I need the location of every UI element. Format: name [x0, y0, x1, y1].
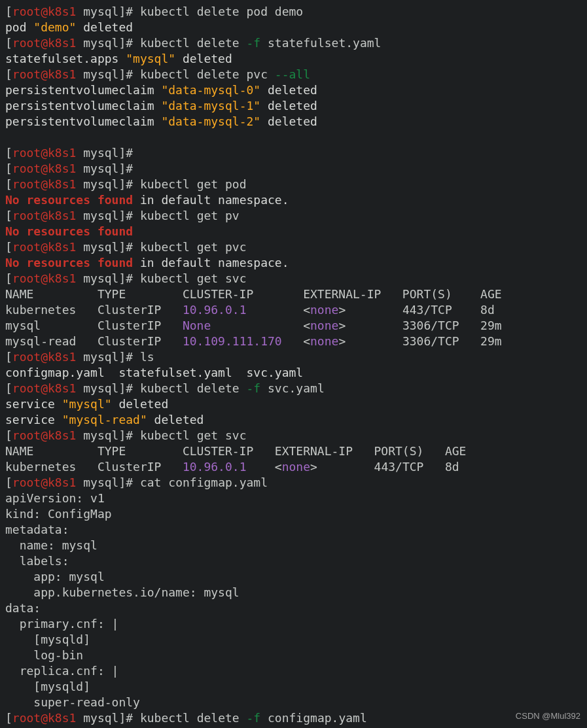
no-resources-line: No resources found in default namespace.	[5, 193, 289, 207]
path: mysql	[76, 5, 118, 18]
bracket-open: [	[5, 5, 12, 18]
configmap-yaml-line: [mysqld]	[5, 680, 90, 693]
cluster-ip: 10.96.0.1	[183, 460, 253, 474]
output-line: service "mysql-read" deleted	[5, 413, 204, 426]
configmap-yaml-line: kind: ConfigMap	[5, 507, 112, 521]
prompt-line: [root@k8s1 mysql]# kubectl delete pod de…	[5, 5, 303, 18]
output-line: service "mysql" deleted	[5, 397, 168, 411]
cli-flag: -f	[247, 36, 261, 50]
no-resources-line: No resources found	[5, 224, 133, 238]
svc-table-row: mysql-read ClusterIP 10.109.111.170 <non…	[5, 334, 502, 348]
none-value: none	[310, 334, 338, 348]
user-host: root@k8s1	[12, 5, 77, 18]
configmap-yaml-line: log-bin	[5, 648, 83, 662]
prompt-line: [root@k8s1 mysql]# kubectl get pv	[5, 209, 240, 222]
terminal-output[interactable]: [root@k8s1 mysql]# kubectl delete pod de…	[0, 0, 587, 726]
output-line: persistentvolumeclaim "data-mysql-1" del…	[5, 99, 317, 113]
watermark-text: CSDN @Mlul392	[516, 708, 580, 724]
configmap-yaml-line: name: mysql	[5, 538, 98, 552]
prompt-line: [root@k8s1 mysql]# kubectl get svc	[5, 271, 247, 285]
command-text: kubectl delete pod demo	[133, 5, 303, 18]
none-value: none	[282, 460, 310, 474]
configmap-yaml-line: labels:	[5, 554, 69, 568]
svc-table-header: NAME TYPE CLUSTER-IP EXTERNAL-IP PORT(S)…	[5, 287, 502, 301]
prompt-line: [root@k8s1 mysql]# kubectl get pvc	[5, 240, 247, 254]
cluster-ip: 10.96.0.1	[183, 303, 282, 317]
output-line: persistentvolumeclaim "data-mysql-0" del…	[5, 83, 317, 97]
cluster-ip: 10.109.111.170	[183, 334, 282, 348]
bracket-close: ]	[118, 5, 126, 18]
prompt-line: [root@k8s1 mysql]#	[5, 162, 133, 175]
no-resources-line: No resources found in default namespace.	[5, 256, 289, 269]
prompt-line: [root@k8s1 mysql]# kubectl delete pvc --…	[5, 67, 310, 81]
quoted-string: "demo"	[33, 20, 76, 34]
configmap-yaml-line: [mysqld]	[5, 633, 90, 646]
configmap-yaml-line: app: mysql	[5, 570, 105, 583]
configmap-yaml-line: replica.cnf: |	[5, 664, 118, 678]
prompt-line: [root@k8s1 mysql]# cat configmap.yaml	[5, 476, 268, 489]
configmap-yaml-line: data:	[5, 601, 41, 615]
prompt-line: [root@k8s1 mysql]# kubectl get svc	[5, 428, 247, 442]
output-line: persistentvolumeclaim "data-mysql-2" del…	[5, 114, 317, 128]
output-line: statefulset.apps "mysql" deleted	[5, 52, 232, 65]
prompt-line: [root@k8s1 mysql]#	[5, 146, 133, 160]
prompt-line: [root@k8s1 mysql]# kubectl delete -f svc…	[5, 381, 325, 395]
cli-flag: -f	[247, 381, 261, 395]
prompt-line: [root@k8s1 mysql]# kubectl delete -f sta…	[5, 36, 381, 50]
configmap-yaml-line: primary.cnf: |	[5, 617, 118, 631]
prompt-line: [root@k8s1 mysql]# ls	[5, 350, 154, 364]
configmap-yaml-line: super-read-only	[5, 695, 140, 709]
svc-table-row: kubernetes ClusterIP 10.96.0.1 <none> 44…	[5, 303, 495, 317]
svc-table-row: mysql ClusterIP None <none> 3306/TCP 29m	[5, 319, 502, 332]
cli-flag: --all	[275, 67, 310, 81]
prompt-end: #	[126, 5, 133, 18]
none-value: none	[310, 303, 338, 317]
cluster-ip: None	[183, 319, 282, 332]
svc-table-row: kubernetes ClusterIP 10.96.0.1 <none> 44…	[5, 460, 459, 474]
output-line: pod "demo" deleted	[5, 20, 133, 34]
configmap-yaml-line: metadata:	[5, 523, 69, 536]
cli-flag: -f	[247, 711, 261, 725]
none-value: none	[310, 319, 338, 332]
configmap-yaml-line: apiVersion: v1	[5, 491, 105, 505]
ls-output: configmap.yaml statefulset.yaml svc.yaml	[5, 366, 303, 379]
prompt-line: [root@k8s1 mysql]# kubectl delete -f con…	[5, 711, 367, 725]
configmap-yaml-line: app.kubernetes.io/name: mysql	[5, 585, 240, 599]
prompt-line: [root@k8s1 mysql]# kubectl get pod	[5, 177, 247, 191]
svc-table-header: NAME TYPE CLUSTER-IP EXTERNAL-IP PORT(S)…	[5, 444, 466, 458]
